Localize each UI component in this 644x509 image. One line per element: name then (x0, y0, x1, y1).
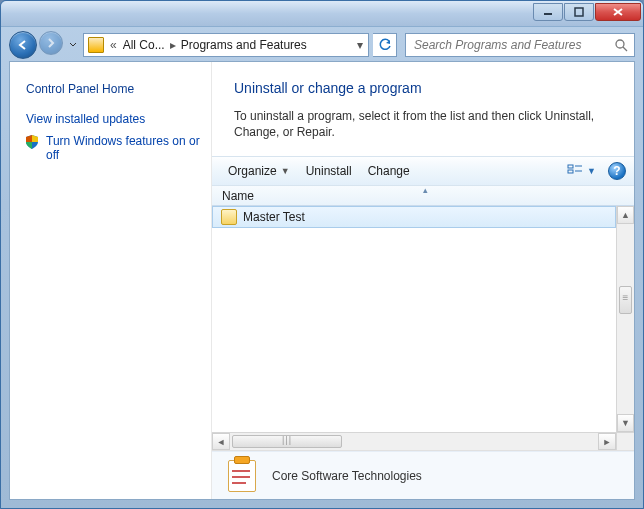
scroll-track[interactable] (617, 224, 634, 414)
page-description: To uninstall a program, select it from t… (234, 108, 620, 140)
column-header-row: Name ▴ (212, 186, 634, 206)
change-button[interactable]: Change (360, 157, 418, 185)
chevron-down-icon: ▼ (281, 166, 290, 176)
back-button[interactable] (9, 31, 37, 59)
list-item[interactable]: Master Test (212, 206, 616, 228)
program-list[interactable]: Master Test (212, 206, 616, 432)
history-dropdown[interactable] (67, 35, 79, 55)
help-button[interactable]: ? (608, 162, 626, 180)
close-button[interactable] (595, 3, 641, 21)
view-icon (567, 164, 583, 178)
content-body: Control Panel Home View installed update… (9, 61, 635, 500)
title-bar (1, 1, 643, 27)
search-box[interactable] (405, 33, 635, 57)
scroll-down-button[interactable]: ▼ (617, 414, 634, 432)
programs-and-features-window: « All Co... ▸ Programs and Features ▾ Co… (0, 0, 644, 509)
breadcrumb-prefix: « (106, 38, 121, 52)
chevron-down-icon: ▼ (587, 166, 596, 176)
main-header: Uninstall or change a program To uninsta… (212, 62, 634, 156)
help-icon: ? (613, 164, 620, 178)
sidebar-item-label: Turn Windows features on or off (46, 134, 201, 162)
details-pane: Core Software Technologies (212, 451, 634, 499)
maximize-icon (574, 7, 584, 17)
svg-rect-1 (575, 8, 583, 16)
svg-rect-0 (544, 13, 552, 15)
search-icon (614, 38, 628, 52)
svg-rect-5 (568, 170, 573, 173)
svg-line-3 (623, 47, 627, 51)
view-installed-updates-link[interactable]: View installed updates (26, 112, 201, 126)
address-dropdown-icon[interactable]: ▾ (354, 38, 366, 52)
column-header-name[interactable]: Name (222, 189, 254, 203)
main-panel: Uninstall or change a program To uninsta… (212, 62, 634, 499)
organize-label: Organize (228, 164, 277, 178)
chevron-right-icon[interactable]: ▸ (167, 38, 179, 52)
close-icon (612, 7, 624, 17)
page-title: Uninstall or change a program (234, 80, 620, 96)
breadcrumb-level2[interactable]: Programs and Features (179, 38, 309, 52)
arrow-right-icon (45, 37, 57, 49)
uninstall-button[interactable]: Uninstall (298, 157, 360, 185)
search-input[interactable] (412, 37, 614, 53)
program-name: Master Test (243, 210, 305, 224)
organize-menu[interactable]: Organize ▼ (220, 157, 298, 185)
maximize-button[interactable] (564, 3, 594, 21)
program-icon (221, 209, 237, 225)
forward-button[interactable] (39, 31, 63, 55)
scroll-track[interactable] (230, 433, 598, 450)
folder-icon (88, 37, 104, 53)
svg-rect-4 (568, 165, 573, 168)
scroll-corner (616, 432, 634, 450)
command-bar: Organize ▼ Uninstall Change ▼ ? (212, 156, 634, 186)
program-list-area: Master Test ▲ ▼ ◄ ► (212, 206, 634, 451)
scroll-right-button[interactable]: ► (598, 433, 616, 450)
svg-point-2 (616, 40, 624, 48)
shield-icon (24, 134, 40, 150)
publisher-name: Core Software Technologies (272, 469, 422, 483)
address-bar[interactable]: « All Co... ▸ Programs and Features ▾ (83, 33, 369, 57)
minimize-icon (543, 8, 553, 16)
view-options[interactable]: ▼ (561, 164, 602, 178)
sidebar: Control Panel Home View installed update… (10, 62, 212, 499)
chevron-down-icon (69, 41, 77, 49)
turn-windows-features-link[interactable]: Turn Windows features on or off (24, 134, 201, 162)
sort-indicator-icon: ▴ (423, 185, 428, 195)
scroll-left-button[interactable]: ◄ (212, 433, 230, 450)
arrow-left-icon (16, 38, 30, 52)
horizontal-scrollbar[interactable]: ◄ ► (212, 432, 616, 450)
vertical-scrollbar[interactable]: ▲ ▼ (616, 206, 634, 432)
refresh-icon (378, 38, 392, 52)
scroll-up-button[interactable]: ▲ (617, 206, 634, 224)
breadcrumb-level1[interactable]: All Co... (121, 38, 167, 52)
scroll-thumb[interactable] (619, 286, 632, 314)
publisher-icon (224, 458, 260, 494)
navigation-bar: « All Co... ▸ Programs and Features ▾ (9, 28, 635, 61)
refresh-button[interactable] (373, 33, 397, 57)
scroll-thumb[interactable] (232, 435, 342, 448)
minimize-button[interactable] (533, 3, 563, 21)
control-panel-home-link[interactable]: Control Panel Home (26, 82, 201, 96)
